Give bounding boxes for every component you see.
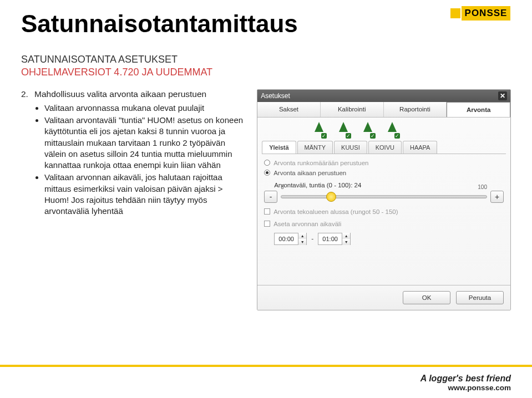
bullet-1: Valitaan arvonnassa mukana olevat puulaj… — [44, 103, 248, 114]
time-to-field[interactable]: 01:00 ▲ ▼ — [318, 233, 351, 245]
slider-thumb-icon[interactable] — [326, 192, 336, 202]
spinner-up-icon[interactable]: ▲ — [298, 233, 306, 239]
tab-sakset[interactable]: Sakset — [257, 102, 321, 117]
page-footer: A logger's best friend www.ponsse.com — [0, 365, 532, 398]
tree-icon[interactable]: ✓ — [362, 122, 374, 137]
species-tab-koivu[interactable]: KOIVU — [368, 141, 402, 154]
decrement-button[interactable]: - — [264, 191, 277, 203]
subtitle-line-1: SATUNNAISOTANTA ASETUKSET — [21, 53, 511, 66]
brand-logo: PONSSE — [447, 4, 514, 22]
radio-icon — [264, 160, 270, 166]
top-tabs: Sakset Kalibrointi Raportointi Arvonta — [257, 102, 510, 118]
tab-arvonta[interactable]: Arvonta — [447, 102, 510, 117]
radio-icon — [264, 170, 270, 176]
tab-kalibrointi[interactable]: Kalibrointi — [321, 102, 384, 117]
ok-button[interactable]: OK — [403, 291, 450, 304]
item-number: 2. — [21, 89, 30, 99]
chk1-label: Arvonta tekoalueen alussa (rungot 50 - 1… — [273, 208, 398, 215]
page-title: Satunnaisotantamittaus — [21, 10, 511, 38]
slider-max-label: 100 — [478, 184, 487, 190]
species-tabs: Yleistä MÄNTY KUUSI KOIVU HAAPA — [262, 141, 506, 154]
bullet-3: Valitaan arvonnan aikaväli, jos halutaan… — [44, 172, 248, 217]
spinner-up-icon[interactable]: ▲ — [342, 233, 350, 239]
panel-title: Asetukset — [261, 92, 290, 100]
subtitle-line-2: OHJELMAVERSIOT 4.720 JA UUDEMMAT — [21, 66, 511, 79]
instructions-column: 2. Mahdollisuus valita arvonta aikaan pe… — [21, 89, 248, 310]
brand-name: PONSSE — [462, 6, 511, 21]
checkbox-tekoalue[interactable]: Arvonta tekoalueen alussa (rungot 50 - 1… — [264, 208, 504, 215]
radio2-label: Arvonta aikaan perustuen — [273, 170, 346, 176]
interval-label: Arvontaväli, tuntia (0 - 100): 24 — [274, 182, 504, 188]
time-range-row: 00:00 ▲ ▼ - 01:00 ▲ ▼ — [274, 233, 504, 245]
footer-site: www.ponsse.com — [448, 384, 511, 392]
tree-icon[interactable]: ✓ — [386, 122, 398, 137]
page-subtitle: SATUNNAISOTANTA ASETUKSET OHJELMAVERSIOT… — [21, 53, 511, 79]
tree-icon[interactable]: ✓ — [313, 122, 325, 137]
time-from-value: 00:00 — [275, 236, 298, 242]
time-from-field[interactable]: 00:00 ▲ ▼ — [274, 233, 307, 245]
spinner-down-icon[interactable]: ▼ — [298, 239, 306, 245]
bullet-2: Valitaan arvontaväli "tuntia" HUOM! aset… — [44, 115, 248, 171]
tree-icon[interactable]: ✓ — [337, 122, 349, 137]
species-tab-manty[interactable]: MÄNTY — [297, 141, 333, 154]
tab-raportointi[interactable]: Raportointi — [384, 102, 447, 117]
cancel-button[interactable]: Peruuta — [456, 291, 504, 304]
slider-track[interactable]: 0 100 — [281, 191, 487, 203]
spinner-down-icon[interactable]: ▼ — [342, 239, 350, 245]
radio-aika[interactable]: Arvonta aikaan perustuen — [264, 170, 504, 176]
radio1-label: Arvonta runkomäärään perustuen — [273, 160, 368, 166]
checkbox-aikavali[interactable]: Aseta arvonnan aikaväli — [264, 221, 504, 227]
increment-button[interactable]: + — [490, 191, 504, 203]
range-dash: - — [311, 235, 313, 243]
radio-runkomaara[interactable]: Arvonta runkomäärään perustuen — [264, 160, 504, 166]
footer-tagline: A logger's best friend — [420, 374, 511, 384]
item-head: Mahdollisuus valita arvonta aikaan perus… — [34, 89, 206, 99]
checkbox-icon — [264, 221, 270, 227]
species-icons-row: ✓ ✓ ✓ ✓ — [262, 122, 506, 137]
panel-footer: OK Peruuta — [257, 285, 510, 310]
panel-header: Asetukset ✕ — [257, 90, 510, 102]
species-tab-yleista[interactable]: Yleistä — [262, 141, 296, 154]
time-to-value: 01:00 — [318, 236, 342, 242]
species-tab-haapa[interactable]: HAAPA — [403, 141, 437, 154]
species-tab-kuusi[interactable]: KUUSI — [334, 141, 367, 154]
chk2-label: Aseta arvonnan aikaväli — [273, 221, 341, 227]
checkbox-icon — [264, 208, 270, 215]
settings-panel: Asetukset ✕ Sakset Kalibrointi Raportoin… — [257, 89, 511, 310]
close-icon[interactable]: ✕ — [498, 91, 507, 100]
slider-min-label: 0 — [281, 184, 284, 190]
interval-slider: - 0 100 + — [264, 191, 504, 203]
